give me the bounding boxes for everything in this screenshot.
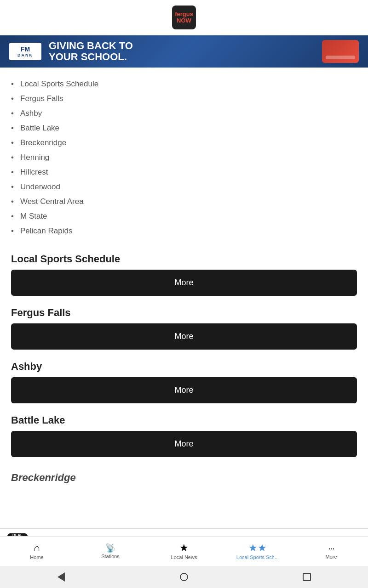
android-nav-bar	[0, 566, 368, 588]
nav-item-stations[interactable]: 📡 Stations	[74, 537, 147, 566]
section-battle-lake: Battle Lake More	[11, 414, 357, 457]
logo-line1: fergus	[175, 11, 193, 17]
nav-item-home[interactable]: ⌂ Home	[0, 537, 74, 566]
local-news-icon: ★	[179, 543, 189, 553]
more-button-battle-lake[interactable]: More	[11, 431, 357, 457]
list-item[interactable]: Henning	[11, 150, 357, 165]
section-local-sports-schedule: Local Sports Schedule More	[11, 253, 357, 296]
section-breckenridge-partial: Breckenridge	[11, 468, 357, 484]
home-circle-icon	[180, 573, 188, 581]
more-button-local-sports-schedule[interactable]: More	[11, 270, 357, 296]
fmb-logo: FM BANK	[9, 43, 41, 60]
section-ashby: Ashby More	[11, 361, 357, 403]
android-back-button[interactable]	[52, 568, 70, 586]
section-title-fergus-falls: Fergus Falls	[11, 307, 357, 319]
list-item[interactable]: Hillcrest	[11, 165, 357, 180]
nav-label-local-news: Local News	[171, 554, 197, 560]
android-home-button[interactable]	[175, 568, 193, 586]
list-item[interactable]: M State	[11, 209, 357, 224]
banner-card-image	[322, 40, 359, 63]
app-logo: fergus NOW	[172, 6, 196, 29]
section-title-breckenridge: Breckenridge	[11, 468, 357, 484]
stations-icon: 📡	[105, 544, 115, 552]
section-title-local-sports-schedule: Local Sports Schedule	[11, 253, 357, 265]
more-button-ashby[interactable]: More	[11, 377, 357, 403]
recents-icon	[303, 573, 311, 581]
main-content: Local Sports Schedule Fergus Falls Ashby…	[0, 68, 368, 557]
list-item[interactable]: Battle Lake	[11, 121, 357, 136]
nav-label-local-sports: Local Sports Sch...	[236, 554, 279, 560]
nav-item-local-sports[interactable]: ★ Local Sports Sch...	[221, 537, 294, 566]
bottom-navigation: ⌂ Home 📡 Stations ★ Local News ★ Local S…	[0, 536, 368, 566]
nav-item-local-news[interactable]: ★ Local News	[147, 537, 221, 566]
nav-label-stations: Stations	[101, 554, 120, 559]
nav-label-home: Home	[30, 554, 43, 560]
list-item[interactable]: Underwood	[11, 180, 357, 194]
nav-label-more: More	[325, 554, 337, 560]
list-item[interactable]: West Central Area	[11, 194, 357, 209]
more-button-fergus-falls[interactable]: More	[11, 323, 357, 350]
back-icon	[58, 572, 65, 582]
more-icon: ···	[328, 543, 334, 553]
section-fergus-falls: Fergus Falls More	[11, 307, 357, 350]
sports-bullet-list: Local Sports Schedule Fergus Falls Ashby…	[11, 77, 357, 238]
banner-ad[interactable]: FM BANK GIVING BACK TO YOUR SCHOOL.	[0, 35, 368, 68]
android-recents-button[interactable]	[298, 568, 316, 586]
home-icon: ⌂	[34, 543, 40, 553]
list-item[interactable]: Breckenridge	[11, 136, 357, 150]
list-item[interactable]: Fergus Falls	[11, 91, 357, 106]
list-item[interactable]: Local Sports Schedule	[11, 77, 357, 91]
app-header: fergus NOW	[0, 0, 368, 35]
local-sports-icon: ★	[248, 543, 267, 553]
logo-line2: NOW	[175, 17, 193, 24]
list-item[interactable]: Pelican Rapids	[11, 224, 357, 238]
nav-item-more[interactable]: ··· More	[294, 537, 368, 566]
banner-tagline: GIVING BACK TO YOUR SCHOOL.	[49, 40, 133, 62]
section-title-ashby: Ashby	[11, 361, 357, 373]
section-title-battle-lake: Battle Lake	[11, 414, 357, 426]
list-item[interactable]: Ashby	[11, 106, 357, 121]
